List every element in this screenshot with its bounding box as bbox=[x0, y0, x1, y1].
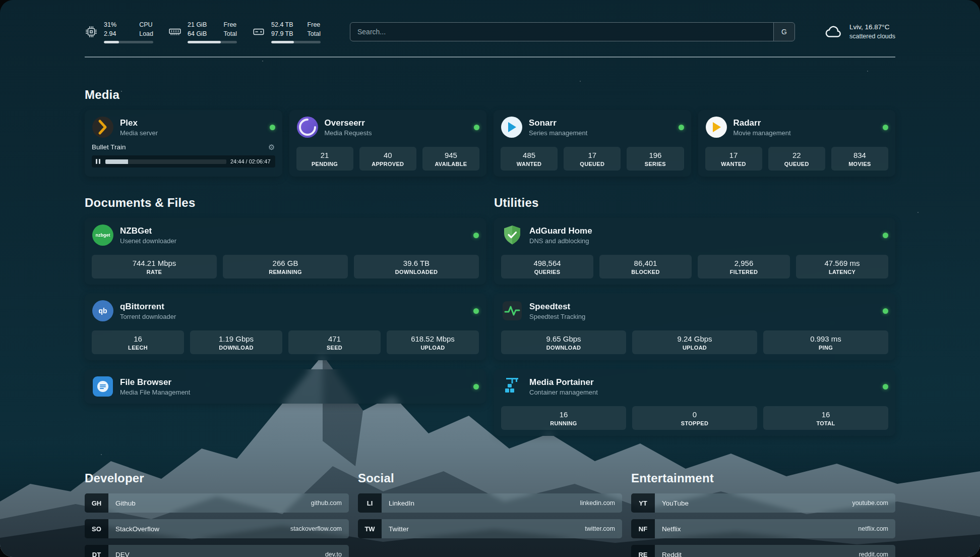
status-dot-online bbox=[883, 125, 888, 130]
status-dot-online bbox=[270, 125, 275, 130]
section-entertainment: Entertainment YT YouTube youtube.com NF … bbox=[631, 471, 895, 557]
stat-leech: 16 LEECH bbox=[92, 330, 184, 354]
bookmark-name: LinkedIn bbox=[389, 499, 414, 507]
stat-available: 945 AVAILABLE bbox=[422, 147, 479, 171]
bookmark-dev[interactable]: DT DEV dev.to bbox=[85, 545, 349, 557]
stat-upload: 9.24 Gbps UPLOAD bbox=[632, 330, 757, 354]
app-card-plex[interactable]: Plex Media server Bullet Train ⚙ 24:44 /… bbox=[85, 110, 282, 177]
app-description: Container management bbox=[529, 388, 598, 396]
stat-movies: 834 MOVIES bbox=[831, 147, 888, 171]
section-documents-files: Documents & Files nzbget NZBGet Usenet d… bbox=[85, 196, 486, 445]
stat-label: RUNNING bbox=[503, 420, 624, 426]
stat-remaining: 266 GB REMAINING bbox=[223, 255, 348, 278]
status-dot-online bbox=[474, 125, 479, 130]
stat-label: DOWNLOAD bbox=[192, 345, 280, 351]
memory-widget: 21 GiB 64 GiB Free Total bbox=[168, 20, 237, 43]
header-divider bbox=[85, 57, 895, 58]
stat-value: 0.993 ms bbox=[765, 335, 886, 343]
cpu-label-bottom: Load bbox=[139, 29, 153, 38]
pause-icon[interactable] bbox=[95, 158, 101, 165]
overseerr-icon bbox=[296, 116, 319, 138]
app-card-nzbget[interactable]: nzbget NZBGet Usenet downloader 744.21 M… bbox=[85, 218, 486, 285]
weather-condition: scattered clouds bbox=[849, 32, 895, 41]
app-card-portainer[interactable]: Media Portainer Container management 16 … bbox=[494, 369, 895, 436]
stat-value: 1.19 Gbps bbox=[192, 335, 280, 343]
app-description: Torrent downloader bbox=[120, 313, 176, 320]
bookmark-url: dev.to bbox=[325, 551, 342, 557]
section-title-developer: Developer bbox=[85, 471, 349, 485]
bookmark-name: Netflix bbox=[662, 525, 681, 533]
stat-series: 196 SERIES bbox=[627, 147, 684, 171]
stat-approved: 40 APPROVED bbox=[359, 147, 416, 171]
app-name: Plex bbox=[120, 118, 158, 128]
section-developer: Developer GH Github github.com SO StackO… bbox=[85, 471, 349, 557]
portainer-icon bbox=[501, 375, 523, 398]
stat-label: STOPPED bbox=[634, 420, 755, 426]
section-title-utilities: Utilities bbox=[494, 196, 895, 210]
stat-value: 40 bbox=[361, 151, 414, 159]
plex-icon bbox=[92, 116, 114, 138]
stat-value: 2,956 bbox=[700, 259, 788, 267]
gear-icon[interactable]: ⚙ bbox=[268, 143, 275, 151]
bookmark-abbr: GH bbox=[85, 493, 108, 513]
status-dot-online bbox=[679, 125, 684, 130]
bookmark-abbr: NF bbox=[631, 519, 655, 538]
app-card-overseerr[interactable]: Overseerr Media Requests 21 PENDING 40 A… bbox=[289, 110, 487, 177]
cpu-usage-value: 31% bbox=[104, 20, 116, 29]
app-card-filebrowser[interactable]: File Browser Media File Management bbox=[85, 369, 486, 404]
bookmark-name: StackOverflow bbox=[115, 525, 159, 533]
stat-value: 16 bbox=[503, 410, 624, 419]
search-engine-button[interactable]: G bbox=[773, 23, 794, 41]
status-dot-online bbox=[883, 308, 888, 314]
app-description: Media server bbox=[120, 129, 158, 137]
stat-label: WANTED bbox=[707, 161, 760, 167]
stat-value: 17 bbox=[566, 151, 619, 159]
app-name: File Browser bbox=[120, 377, 190, 387]
stat-value: 17 bbox=[707, 151, 760, 159]
storage-usage-bar bbox=[271, 41, 321, 43]
bookmark-stackoverflow[interactable]: SO StackOverflow stackoverflow.com bbox=[85, 519, 349, 538]
adguard-icon bbox=[501, 224, 523, 246]
playback-progress-fill bbox=[105, 159, 129, 164]
stat-filtered: 2,956 FILTERED bbox=[698, 255, 790, 278]
status-dot-online bbox=[473, 233, 479, 238]
bookmark-youtube[interactable]: YT YouTube youtube.com bbox=[631, 493, 895, 513]
app-name: Radarr bbox=[733, 118, 791, 128]
filebrowser-icon bbox=[92, 375, 114, 398]
bookmark-netflix[interactable]: NF Netflix netflix.com bbox=[631, 519, 895, 538]
stat-ping: 0.993 ms PING bbox=[763, 330, 888, 354]
stat-value: 945 bbox=[424, 151, 477, 159]
bookmark-url: twitter.com bbox=[585, 525, 615, 532]
bookmark-linkedin[interactable]: LI LinkedIn linkedin.com bbox=[358, 493, 622, 513]
app-name: Overseerr bbox=[325, 118, 372, 128]
app-description: Speedtest Tracking bbox=[529, 313, 585, 320]
bookmark-github[interactable]: GH Github github.com bbox=[85, 493, 349, 513]
stat-label: PENDING bbox=[298, 161, 351, 167]
app-card-radarr[interactable]: Radarr Movie management 17 WANTED 22 QUE… bbox=[698, 110, 896, 177]
nzbget-icon: nzbget bbox=[92, 224, 114, 246]
sonarr-icon bbox=[501, 116, 523, 138]
stat-label: TOTAL bbox=[765, 420, 886, 426]
app-card-adguard[interactable]: AdGuard Home DNS and adblocking 498,564 … bbox=[494, 218, 895, 285]
stat-seed: 471 SEED bbox=[288, 330, 381, 354]
app-card-speedtest[interactable]: Speedtest Speedtest Tracking 9.65 Gbps D… bbox=[494, 294, 895, 360]
speedtest-icon bbox=[501, 300, 523, 322]
stat-wanted: 17 WANTED bbox=[705, 147, 762, 171]
app-card-sonarr[interactable]: Sonarr Series management 485 WANTED 17 Q… bbox=[494, 110, 691, 177]
status-dot-online bbox=[883, 233, 888, 238]
storage-widget: 52.4 TB 97.9 TB Free Total bbox=[252, 20, 321, 43]
cloud-icon bbox=[824, 22, 843, 41]
stat-queries: 498,564 QUERIES bbox=[501, 255, 593, 278]
app-card-qbittorrent[interactable]: qb qBittorrent Torrent downloader 16 LEE… bbox=[85, 294, 486, 360]
bookmark-twitter[interactable]: TW Twitter twitter.com bbox=[358, 519, 622, 538]
cpu-icon bbox=[85, 25, 98, 38]
section-media: Media Plex Media server bbox=[85, 88, 895, 177]
app-name: Media Portainer bbox=[529, 377, 598, 387]
stat-value: 834 bbox=[833, 151, 886, 159]
memory-usage-bar bbox=[188, 41, 237, 43]
stat-queued: 22 QUEUED bbox=[768, 147, 825, 171]
playback-progress[interactable] bbox=[105, 159, 226, 164]
bookmark-reddit[interactable]: RE Reddit reddit.com bbox=[631, 545, 895, 557]
radarr-icon bbox=[705, 116, 727, 138]
search-input[interactable] bbox=[350, 22, 795, 41]
